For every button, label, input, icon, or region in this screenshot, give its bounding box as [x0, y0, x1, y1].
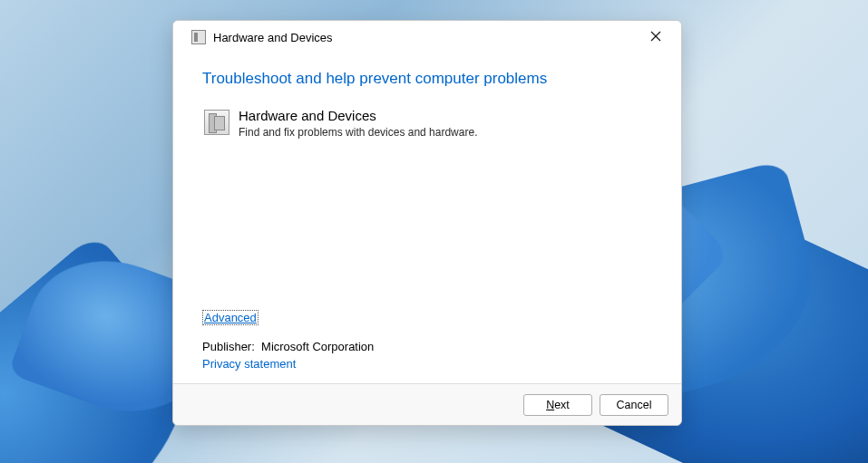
next-label-rest: ext — [554, 399, 570, 411]
dialog-footer: Next Cancel — [173, 383, 681, 425]
close-button[interactable] — [638, 23, 674, 50]
close-icon — [650, 31, 661, 42]
publisher-label: Publisher — [202, 340, 261, 353]
troubleshooter-item: Hardware and Devices Find and fix proble… — [202, 108, 656, 139]
hardware-devices-icon — [204, 110, 229, 135]
item-description: Find and fix problems with devices and h… — [239, 126, 477, 139]
next-accelerator: N — [546, 399, 554, 411]
publisher-row: PublisherMicrosoft Corporation — [202, 340, 656, 353]
advanced-link[interactable]: Advanced — [202, 310, 258, 325]
hardware-devices-icon — [191, 30, 206, 44]
publisher-value: Microsoft Corporation — [261, 340, 374, 353]
titlebar: Hardware and Devices — [173, 21, 681, 53]
next-button[interactable]: Next — [523, 394, 592, 416]
window-title: Hardware and Devices — [213, 31, 333, 44]
troubleshooter-dialog: Hardware and Devices Troubleshoot and he… — [172, 20, 682, 426]
privacy-statement-link[interactable]: Privacy statement — [202, 357, 296, 371]
cancel-button[interactable]: Cancel — [600, 394, 668, 416]
dialog-content: Troubleshoot and help prevent computer p… — [173, 53, 681, 383]
item-text: Hardware and Devices Find and fix proble… — [239, 108, 477, 139]
page-heading: Troubleshoot and help prevent computer p… — [202, 70, 656, 88]
item-title: Hardware and Devices — [239, 108, 477, 124]
